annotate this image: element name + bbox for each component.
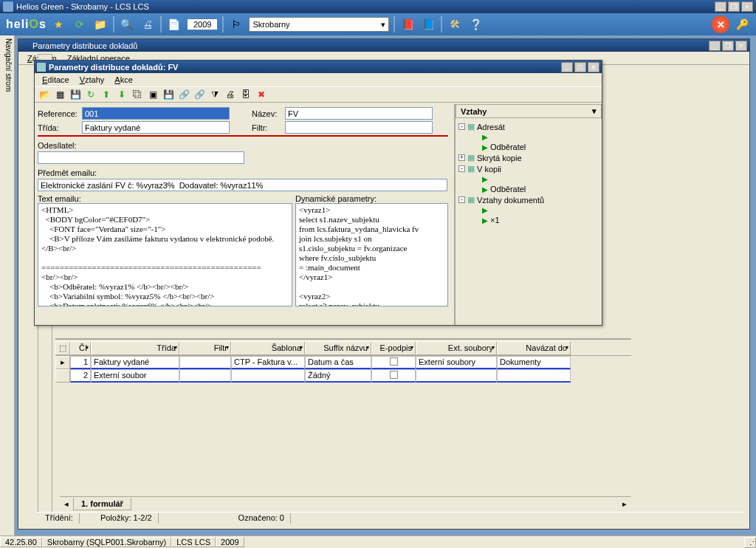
app-title: Helios Green - Skrobarny - LCS LCS <box>16 2 149 11</box>
relations-tree: -▦Adresát ▶ ▶Odběratel +▦Skrytá kopie -▦… <box>456 118 602 228</box>
restore-button[interactable]: ❐ <box>728 1 740 12</box>
delete-icon[interactable]: ✖ <box>255 88 268 101</box>
odesilatel-input[interactable] <box>38 151 244 164</box>
sb-trideni: Třídění: <box>39 513 80 524</box>
tree-node-expand[interactable]: ▶ <box>458 205 599 215</box>
text-email-textarea[interactable]: <HTML> <BODY bgColor="#CEF0D7"> <FONT fa… <box>38 203 292 306</box>
detail-window: Parametry distribuce dokladů: FV _ □ × E… <box>34 60 602 326</box>
db-combo[interactable]: Skrobarny ▾ <box>249 17 389 32</box>
relations-icon[interactable]: 🔗 <box>177 88 190 101</box>
trida-label: Třída: <box>38 123 82 132</box>
resize-grip[interactable]: ⋰ <box>744 537 756 548</box>
refresh-icon[interactable]: ↻ <box>84 88 97 101</box>
tree-node-expand[interactable]: ▶ <box>458 132 599 142</box>
predmet-input[interactable] <box>38 179 447 191</box>
saveas-icon[interactable]: 💾 <box>162 88 175 101</box>
gh-selector[interactable]: ⬚ <box>55 341 70 355</box>
filtr-input[interactable] <box>285 121 433 134</box>
window-icon <box>37 63 46 72</box>
detail-close-button[interactable]: × <box>588 62 599 72</box>
gh-sablona[interactable]: Šablona▾ <box>231 341 305 355</box>
new-icon[interactable]: ▣ <box>146 88 159 101</box>
open-icon[interactable]: 📂 <box>38 88 51 101</box>
status-year: 2009 <box>216 537 244 547</box>
sb-polozky: Položky: 1-2/2 <box>94 513 159 524</box>
child-close-button[interactable]: × <box>735 41 747 51</box>
chevron-down-icon[interactable]: ▾ <box>592 106 597 116</box>
gh-trida[interactable]: Třída▾ <box>91 341 179 355</box>
down-icon[interactable]: ⬇ <box>115 88 128 101</box>
text-email-label: Text emailu: <box>38 194 292 203</box>
reference-input[interactable] <box>82 107 230 120</box>
tree-node-skryta[interactable]: +▦Skrytá kopie <box>458 152 599 163</box>
db-icon[interactable]: 🗄 <box>239 88 252 101</box>
detail-menubar: Editace Vztahy Akce <box>35 73 602 86</box>
menu-editace[interactable]: Editace <box>38 75 74 85</box>
detail-maximize-button[interactable]: □ <box>574 62 586 72</box>
tree-node-vztahy-dok[interactable]: -▦Vztahy dokumentů <box>458 194 599 205</box>
detail-minimize-button[interactable]: _ <box>561 62 573 72</box>
relations-panel: Vztahy ▾ -▦Adresát ▶ ▶Odběratel +▦Skrytá… <box>454 104 602 325</box>
tab-formular[interactable]: 1. formulář <box>73 498 131 510</box>
refresh-icon[interactable]: ⟳ <box>72 16 88 32</box>
folder-icon[interactable]: 📁 <box>92 16 109 32</box>
checkbox-icon[interactable] <box>390 357 398 366</box>
nav-icon[interactable]: ▦ <box>53 88 66 101</box>
status-lcs: LCS LCS <box>171 537 216 547</box>
relations2-icon[interactable]: 🔗 <box>193 88 206 101</box>
child-restore-button[interactable]: ❐ <box>722 41 734 51</box>
tree-node-x1[interactable]: ▶×1 <box>458 215 599 225</box>
star-icon[interactable]: ★ <box>51 16 67 32</box>
tree-node-odberatel[interactable]: ▶Odběratel <box>458 142 599 152</box>
book-blue-icon[interactable]: 📘 <box>420 16 436 32</box>
gh-epodpis[interactable]: E-podpis▾ <box>371 341 416 355</box>
inner-statusbar: Třídění: Položky: 1-2/2 Označeno: 0 <box>36 512 743 524</box>
gh-suffix[interactable]: Suffix názvu▾ <box>305 341 371 355</box>
table-row[interactable]: 2 Externí soubor Žádný <box>55 369 631 383</box>
chevron-down-icon: ▾ <box>381 20 385 30</box>
minimize-button[interactable]: _ <box>715 1 726 12</box>
up-icon[interactable]: ⬆ <box>100 88 113 101</box>
flag-icon[interactable]: 🏳 <box>228 16 244 32</box>
nav-strip[interactable]: Navigační strom <box>0 35 15 535</box>
gh-filtr[interactable]: Filtr▾ <box>179 341 231 355</box>
year-box[interactable]: 2009 <box>187 18 218 30</box>
sb-oznaceno: Označeno: 0 <box>233 513 291 524</box>
tree-node-expand[interactable]: ▶ <box>458 174 599 184</box>
gh-ext[interactable]: Ext. soubory▾ <box>416 341 497 355</box>
odesilatel-label: Odesílatel: <box>38 141 448 150</box>
checkbox-icon[interactable] <box>390 371 398 379</box>
tree-node-adresat[interactable]: -▦Adresát <box>458 121 599 132</box>
tools-icon[interactable]: 🛠 <box>447 16 463 32</box>
print-icon[interactable]: 🖨 <box>224 88 237 101</box>
menu-vztahy[interactable]: Vztahy <box>75 75 109 85</box>
main-titlebar: Helios Green - Skrobarny - LCS LCS _ ❐ × <box>0 0 756 13</box>
tree-node-odberatel2[interactable]: ▶Odběratel <box>458 184 599 194</box>
param-textarea[interactable]: <vyraz1> select s1.nazev_subjektu from l… <box>295 203 448 306</box>
status-bar: 42.25.80 Skrobarny (SQLP001.Skrobarny) L… <box>0 535 756 548</box>
close-button[interactable]: × <box>741 1 753 12</box>
db-combo-value: Skrobarny <box>252 20 289 29</box>
exit-button[interactable]: ✕ <box>712 16 729 33</box>
tabbar: ◂ 1. formulář ▸ <box>60 496 631 511</box>
child-title: Parametry distribuce dokladů <box>32 41 137 50</box>
key-icon[interactable]: 🔑 <box>734 16 750 32</box>
search-icon[interactable]: 🔍 <box>119 16 135 32</box>
table-row[interactable]: ▸ 1 Faktury vydané CTP - Faktura v... Da… <box>55 356 631 369</box>
copy-icon[interactable]: ⿻ <box>131 88 144 101</box>
window-icon <box>21 41 30 50</box>
help-icon[interactable]: ❔ <box>467 16 484 32</box>
save-icon[interactable]: 💾 <box>69 88 82 101</box>
nazev-input[interactable] <box>285 107 433 120</box>
book-red-icon[interactable]: 📕 <box>399 16 416 32</box>
gh-ci[interactable]: Čí▾ <box>70 341 91 355</box>
child-minimize-button[interactable]: _ <box>709 41 721 51</box>
print-icon[interactable]: 🖨 <box>140 16 156 32</box>
menu-akce[interactable]: Akce <box>110 75 137 85</box>
nazev-label: Název: <box>252 109 285 118</box>
filter-icon[interactable]: ⧩ <box>208 88 221 101</box>
document-icon[interactable]: 📄 <box>166 16 182 32</box>
gh-navazat[interactable]: Navázat do▾ <box>497 341 571 355</box>
tree-node-vkopii[interactable]: -▦V kopii <box>458 163 599 174</box>
trida-input[interactable] <box>82 121 230 134</box>
